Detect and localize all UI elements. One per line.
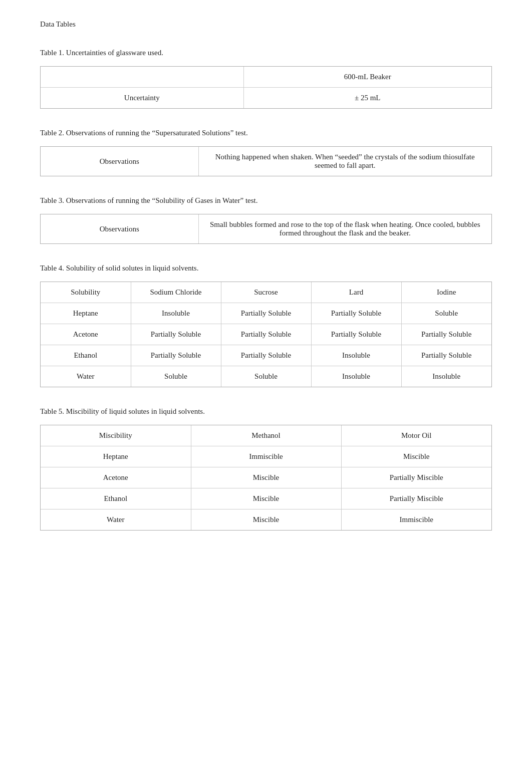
table1-header-row: 600-mL Beaker <box>41 67 491 88</box>
table4-cell-0-1: Insoluble <box>131 303 221 324</box>
table1: 600-mL Beaker Uncertainty ± 25 mL <box>41 67 491 108</box>
table4-header-2: Sucrose <box>221 282 311 303</box>
table2-label: Observations <box>41 147 198 176</box>
table2-obs-row: Observations Nothing happened when shake… <box>41 147 491 176</box>
table5-cell-0-2: Miscible <box>341 446 491 467</box>
table4-title: Table 4. Solubility of solid solutes in … <box>40 264 492 273</box>
table5-cell-1-2: Partially Miscible <box>341 467 491 488</box>
table4-cell-2-4: Partially Soluble <box>401 345 491 366</box>
table4-row-3: WaterSolubleSolubleInsolubleInsoluble <box>41 366 491 387</box>
table5: MiscibilityMethanolMotor OilHeptaneImmis… <box>41 425 491 530</box>
table3-label: Observations <box>41 214 198 243</box>
table4-row-0: HeptaneInsolublePartially SolublePartial… <box>41 303 491 324</box>
table4-cell-1-4: Partially Soluble <box>401 324 491 345</box>
table2: Observations Nothing happened when shake… <box>41 147 491 176</box>
table3: Observations Small bubbles formed and ro… <box>41 214 491 243</box>
table4-cell-3-0: Water <box>41 366 131 387</box>
table1-value: ± 25 mL <box>243 88 491 109</box>
table4-cell-1-1: Partially Soluble <box>131 324 221 345</box>
table4-cell-2-0: Ethanol <box>41 345 131 366</box>
table4-cell-3-4: Insoluble <box>401 366 491 387</box>
table5-cell-1-0: Acetone <box>41 467 191 488</box>
table5-row-0: HeptaneImmiscibleMiscible <box>41 446 491 467</box>
table1-wrapper: 600-mL Beaker Uncertainty ± 25 mL <box>40 66 492 109</box>
table4-cell-1-3: Partially Soluble <box>311 324 401 345</box>
table4-row-2: EthanolPartially SolublePartially Solubl… <box>41 345 491 366</box>
table5-header-0: Miscibility <box>41 425 191 446</box>
table4-cell-2-1: Partially Soluble <box>131 345 221 366</box>
table5-row-2: EthanolMisciblePartially Miscible <box>41 488 491 509</box>
table4-cell-0-0: Heptane <box>41 303 131 324</box>
table4-wrapper: SolubilitySodium ChlorideSucroseLardIodi… <box>40 282 492 387</box>
table1-label: Uncertainty <box>41 88 243 109</box>
table4-cell-2-2: Partially Soluble <box>221 345 311 366</box>
table5-header-2: Motor Oil <box>341 425 491 446</box>
table4-cell-1-2: Partially Soluble <box>221 324 311 345</box>
table4-header-3: Lard <box>311 282 401 303</box>
table5-row-3: WaterMiscibleImmiscible <box>41 509 491 531</box>
table5-cell-1-1: Miscible <box>191 467 341 488</box>
table5-cell-0-1: Immiscible <box>191 446 341 467</box>
table4-cell-3-1: Soluble <box>131 366 221 387</box>
table5-wrapper: MiscibilityMethanolMotor OilHeptaneImmis… <box>40 425 492 531</box>
table4-header-1: Sodium Chloride <box>131 282 221 303</box>
table5-title: Table 5. Miscibility of liquid solutes i… <box>40 407 492 416</box>
page-title: Data Tables <box>40 20 492 29</box>
table5-cell-3-2: Immiscible <box>341 509 491 531</box>
table2-title: Table 2. Observations of running the “Su… <box>40 129 492 137</box>
table3-title: Table 3. Observations of running the “So… <box>40 196 492 205</box>
table5-cell-2-0: Ethanol <box>41 488 191 509</box>
table3-value: Small bubbles formed and rose to the top… <box>198 214 491 243</box>
table4-cell-0-4: Soluble <box>401 303 491 324</box>
table4-header-4: Iodine <box>401 282 491 303</box>
table4: SolubilitySodium ChlorideSucroseLardIodi… <box>41 282 491 387</box>
table4-cell-3-2: Soluble <box>221 366 311 387</box>
table4-row-1: AcetonePartially SolublePartially Solubl… <box>41 324 491 345</box>
table2-value: Nothing happened when shaken. When “seed… <box>198 147 491 176</box>
table4-header-0: Solubility <box>41 282 131 303</box>
table5-cell-2-1: Miscible <box>191 488 341 509</box>
table4-header-row: SolubilitySodium ChlorideSucroseLardIodi… <box>41 282 491 303</box>
table4-cell-0-2: Partially Soluble <box>221 303 311 324</box>
table5-cell-3-1: Miscible <box>191 509 341 531</box>
table5-header-row: MiscibilityMethanolMotor Oil <box>41 425 491 446</box>
table3-obs-row: Observations Small bubbles formed and ro… <box>41 214 491 243</box>
table2-wrapper: Observations Nothing happened when shake… <box>40 146 492 176</box>
table5-row-1: AcetoneMisciblePartially Miscible <box>41 467 491 488</box>
table4-cell-1-0: Acetone <box>41 324 131 345</box>
table1-header-empty <box>41 67 243 88</box>
table4-cell-0-3: Partially Soluble <box>311 303 401 324</box>
table5-cell-3-0: Water <box>41 509 191 531</box>
table1-uncertainty-row: Uncertainty ± 25 mL <box>41 88 491 109</box>
table4-cell-3-3: Insoluble <box>311 366 401 387</box>
table1-header-beaker: 600-mL Beaker <box>243 67 491 88</box>
table4-cell-2-3: Insoluble <box>311 345 401 366</box>
table5-header-1: Methanol <box>191 425 341 446</box>
table5-cell-0-0: Heptane <box>41 446 191 467</box>
table5-cell-2-2: Partially Miscible <box>341 488 491 509</box>
table1-title: Table 1. Uncertainties of glassware used… <box>40 49 492 57</box>
table3-wrapper: Observations Small bubbles formed and ro… <box>40 214 492 244</box>
